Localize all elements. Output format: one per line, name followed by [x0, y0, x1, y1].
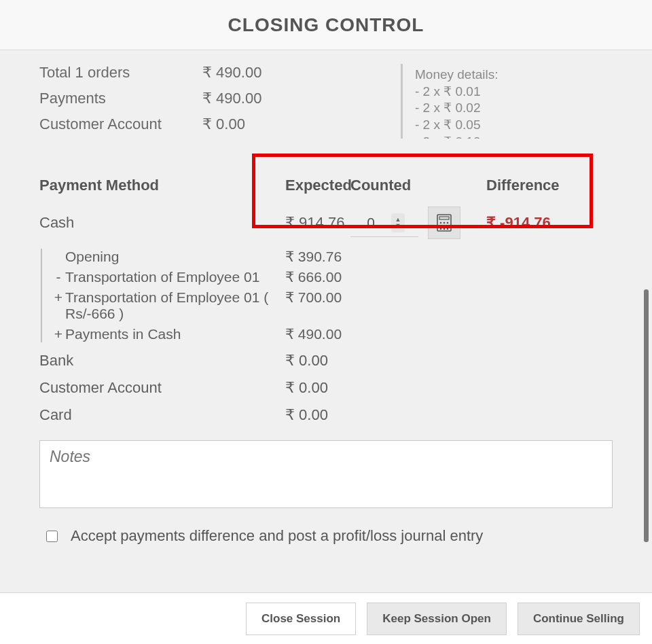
- continue-selling-button[interactable]: Continue Selling: [518, 603, 640, 635]
- line1-amount: ₹ 666.00: [285, 269, 387, 285]
- modal-header: CLOSING CONTROL: [0, 0, 652, 50]
- money-details-box: Money details: - 2 x ₹ 0.01 - 2 x ₹ 0.02…: [401, 64, 613, 139]
- modal-footer: Close Session Keep Session Open Continue…: [0, 592, 652, 644]
- spinner-arrows-icon[interactable]: ▲▼: [391, 213, 405, 232]
- svg-point-6: [443, 225, 446, 227]
- payment-row-cash: Cash ₹ 914.76 ▲▼: [39, 207, 613, 239]
- summary-grid: Total 1 orders ₹ 490.00 Payments ₹ 490.0…: [39, 64, 338, 133]
- payment-method-header: Payment Method Expected Counted Differen…: [39, 177, 613, 194]
- opening-label: Opening: [65, 249, 119, 265]
- cash-counted-cell: ▲▼: [350, 207, 486, 239]
- summary-section: Total 1 orders ₹ 490.00 Payments ₹ 490.0…: [39, 64, 613, 139]
- payment-method-area: Payment Method Expected Counted Differen…: [39, 177, 613, 424]
- modal-title: CLOSING CONTROL: [228, 14, 424, 36]
- svg-point-8: [440, 228, 442, 230]
- col-counted: Counted: [350, 177, 486, 194]
- payment-row-customer-account: Customer Account ₹ 0.00: [39, 379, 613, 397]
- line2-amount: ₹ 700.00: [285, 289, 387, 306]
- money-detail-line: - 2 x ₹ 0.05: [415, 117, 600, 134]
- accept-difference-label: Accept payments difference and post a pr…: [71, 527, 483, 545]
- svg-point-3: [443, 222, 446, 224]
- line2-sign: +: [52, 289, 65, 306]
- total-orders-amount: ₹ 490.00: [202, 64, 338, 82]
- money-detail-line: - 2 x ₹ 0.02: [415, 100, 600, 117]
- cash-label: Cash: [39, 214, 285, 232]
- accept-difference-row: Accept payments difference and post a pr…: [39, 527, 613, 545]
- bank-label: Bank: [39, 352, 285, 370]
- line1-text: Transportation of Employee 01: [65, 269, 259, 285]
- money-detail-line: - 2 x ₹ 0.01: [415, 84, 600, 101]
- payments-amount: ₹ 490.00: [202, 90, 338, 107]
- notes-textarea[interactable]: [39, 440, 613, 508]
- opening-amount: ₹ 390.76: [285, 249, 387, 265]
- detail-line-2: +Transportation of Employee 01 ( Rs/-666…: [52, 289, 613, 322]
- svg-point-10: [447, 228, 449, 230]
- money-detail-line: - 2 x ₹ 0.10: [415, 134, 600, 139]
- money-details-title: Money details:: [415, 67, 600, 84]
- payment-row-card: Card ₹ 0.00: [39, 406, 613, 424]
- svg-point-2: [440, 222, 442, 224]
- cash-difference: ₹ -914.76: [486, 214, 568, 232]
- cash-expected: ₹ 914.76: [285, 214, 350, 232]
- calculator-button[interactable]: [428, 207, 460, 239]
- card-label: Card: [39, 406, 285, 424]
- col-difference: Difference: [486, 177, 568, 194]
- cust-acc-label: Customer Account: [39, 379, 285, 397]
- customer-account-label: Customer Account: [39, 115, 202, 133]
- closing-control-modal: CLOSING CONTROL Total 1 orders ₹ 490.00 …: [0, 0, 652, 644]
- cash-detail-block: Opening ₹ 390.76 -Transportation of Empl…: [41, 249, 613, 342]
- detail-line-3: +Payments in Cash ₹ 490.00: [52, 326, 613, 342]
- svg-point-5: [440, 225, 442, 227]
- col-expected: Expected: [285, 177, 350, 194]
- line2-text: Transportation of Employee 01 ( Rs/-666 …: [65, 289, 276, 322]
- total-orders-label: Total 1 orders: [39, 64, 202, 82]
- svg-point-7: [447, 225, 449, 227]
- card-expected: ₹ 0.00: [285, 406, 387, 424]
- line3-amount: ₹ 490.00: [285, 326, 387, 342]
- payments-label: Payments: [39, 90, 202, 107]
- col-payment-method: Payment Method: [39, 177, 285, 194]
- calculator-icon: [437, 214, 452, 232]
- svg-rect-1: [439, 217, 449, 219]
- svg-point-4: [447, 222, 449, 224]
- bank-expected: ₹ 0.00: [285, 352, 387, 370]
- cash-counted-input[interactable]: [350, 214, 391, 232]
- line1-sign: -: [52, 269, 65, 285]
- detail-line-1: -Transportation of Employee 01 ₹ 666.00: [52, 269, 613, 285]
- customer-account-amount: ₹ 0.00: [202, 115, 338, 133]
- svg-point-9: [443, 228, 446, 230]
- accept-difference-checkbox[interactable]: [46, 531, 58, 542]
- keep-session-open-button[interactable]: Keep Session Open: [367, 603, 507, 635]
- modal-body: Total 1 orders ₹ 490.00 Payments ₹ 490.0…: [0, 50, 652, 592]
- cust-acc-expected: ₹ 0.00: [285, 379, 387, 397]
- detail-opening: Opening ₹ 390.76: [52, 249, 613, 265]
- payment-row-bank: Bank ₹ 0.00: [39, 352, 613, 370]
- line3-text: Payments in Cash: [65, 326, 181, 342]
- body-scrollbar[interactable]: [644, 289, 649, 542]
- line3-sign: +: [52, 326, 65, 342]
- close-session-button[interactable]: Close Session: [246, 603, 356, 635]
- cash-counted-input-wrap: ▲▼: [350, 209, 418, 237]
